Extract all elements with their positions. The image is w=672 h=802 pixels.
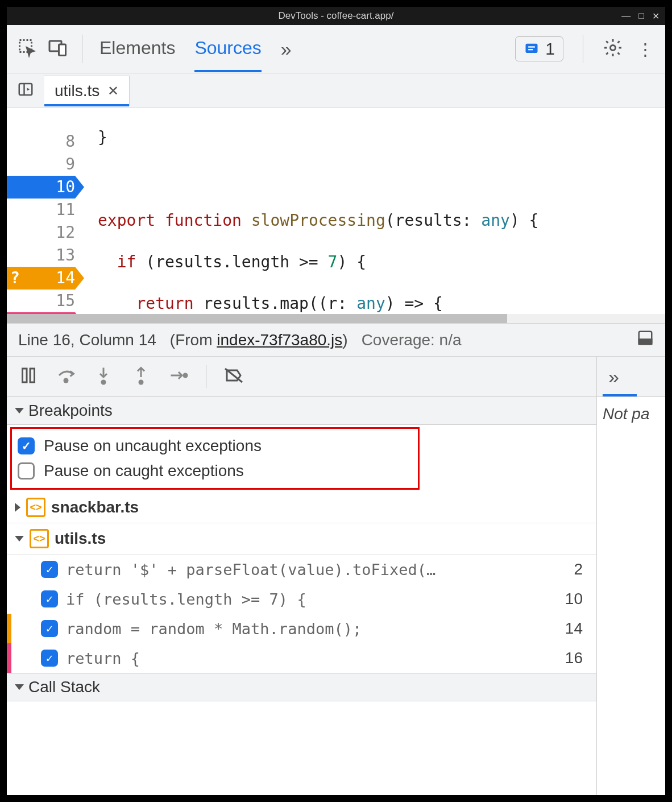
breakpoint-item[interactable]: return '$' + parseFloat(value).toFixed(…… [7,555,596,584]
tab-elements[interactable]: Elements [99,26,175,72]
file-group-snackbar[interactable]: <> snackbar.ts [7,492,596,523]
svg-point-13 [64,378,69,383]
file-tab-label: utils.ts [55,82,99,100]
step-icon[interactable] [168,365,189,388]
line-gutter[interactable]: 8 9 10 11 12 13 ?14 15 ··16 [7,108,86,323]
step-out-icon[interactable] [131,365,151,388]
svg-point-15 [101,380,106,385]
pause-uncaught-row[interactable]: Pause on uncaught exceptions [18,433,412,458]
deactivate-breakpoints-icon[interactable] [223,365,244,388]
issues-badge[interactable]: 1 [515,36,563,61]
step-over-icon[interactable] [56,365,76,388]
navigator-toggle-icon[interactable] [7,81,44,100]
chevron-down-icon [15,536,24,541]
svg-rect-11 [23,369,27,382]
right-pane-tabs[interactable]: » [597,357,665,396]
svg-point-19 [183,373,188,378]
checkbox-checked-icon[interactable] [18,437,35,454]
main-toolbar: Elements Sources » 1 ⋮ [7,25,665,73]
svg-rect-7 [19,84,32,95]
svg-point-6 [611,46,616,51]
chevron-down-icon [15,684,24,690]
breakpoint-item[interactable]: return { 16 [7,643,596,673]
debug-toolbar [7,357,597,396]
pause-caught-row[interactable]: Pause on caught exceptions [18,458,412,483]
breakpoint-item[interactable]: if (results.length >= 7) { 10 [7,584,596,614]
titlebar: DevTools - coffee-cart.app/ — □ ✕ [7,7,665,25]
callstack-section-header[interactable]: Call Stack [7,673,596,701]
more-tabs-icon[interactable]: » [281,38,292,60]
close-icon[interactable]: ✕ [652,11,659,22]
checkbox-checked-icon[interactable] [41,650,58,667]
debugger-sidebar: Breakpoints Pause on uncaught exceptions… [7,397,597,795]
step-into-icon[interactable] [93,365,114,388]
checkbox-checked-icon[interactable] [41,561,58,578]
horizontal-scrollbar[interactable] [7,314,665,323]
svg-rect-12 [30,369,35,382]
device-icon[interactable] [48,38,68,60]
code-editor[interactable]: 8 9 10 11 12 13 ?14 15 ··16 } export fun… [7,108,665,324]
svg-point-17 [139,380,144,385]
file-tab-utils[interactable]: utils.ts ✕ [44,76,130,106]
maximize-icon[interactable]: □ [638,11,644,22]
chevron-right-icon [15,503,20,512]
source-from: (From index-73f73a80.js) [170,331,348,349]
logpoint-marker [7,643,11,673]
checkbox-unchecked-icon[interactable] [18,462,35,479]
more-icon[interactable]: ⋮ [637,39,654,59]
code-area[interactable]: } export function slowProcessing(results… [86,108,665,323]
gear-icon[interactable] [603,38,623,60]
issue-count: 1 [545,39,555,59]
chevron-down-icon [15,408,24,414]
svg-rect-3 [526,44,538,53]
coverage-label: Coverage: n/a [362,331,462,349]
right-pane-content: Not pa [597,397,665,795]
checkbox-checked-icon[interactable] [41,620,58,637]
status-toggle-icon[interactable] [637,329,654,350]
breakpoints-section-header[interactable]: Breakpoints [7,397,596,425]
highlighted-pause-options: Pause on uncaught exceptions Pause on ca… [10,427,420,490]
window-title: DevTools - coffee-cart.app/ [279,10,394,22]
tab-sources[interactable]: Sources [194,26,261,72]
close-tab-icon[interactable]: ✕ [107,83,119,99]
cursor-position: Line 16, Column 14 [18,331,156,349]
more-tabs-right-icon[interactable]: » [608,366,619,388]
pause-icon[interactable] [18,365,39,388]
file-tabs: utils.ts ✕ [7,73,665,108]
script-file-icon: <> [26,498,45,517]
svg-rect-2 [59,44,66,56]
svg-rect-10 [639,340,652,345]
script-file-icon: <> [30,529,49,548]
breakpoint-item[interactable]: random = random * Math.random(); 14 [7,614,596,643]
checkbox-checked-icon[interactable] [41,590,58,607]
minimize-icon[interactable]: — [621,11,630,22]
source-link[interactable]: index-73f73a80.js [217,331,342,349]
inspect-icon[interactable] [17,38,38,60]
file-group-utils[interactable]: <> utils.ts [7,523,596,555]
editor-status-bar: Line 16, Column 14 (From index-73f73a80.… [7,324,665,357]
conditional-marker [7,614,11,643]
